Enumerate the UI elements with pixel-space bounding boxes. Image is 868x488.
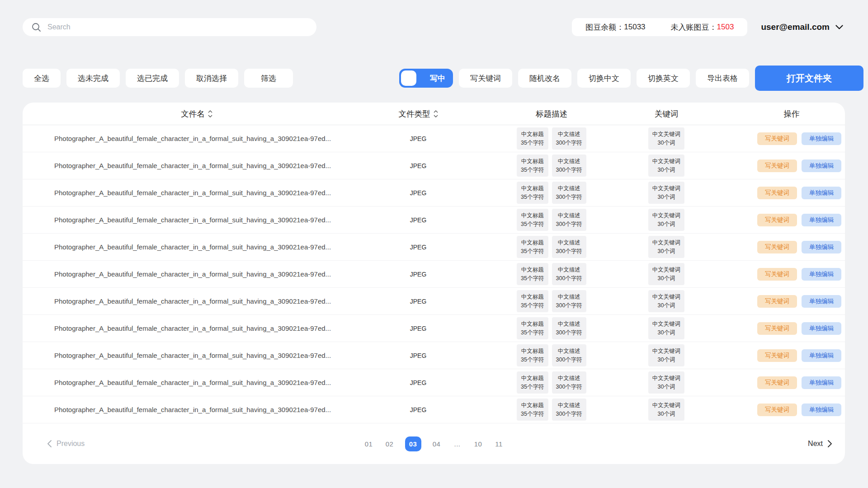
title-badge-line1: 中文标题	[521, 374, 544, 382]
title-badge: 中文标题 35个字符	[517, 290, 548, 312]
switch-chinese-button[interactable]: 切换中文	[577, 69, 631, 88]
edit-single-row-button[interactable]: 单独编辑	[802, 187, 841, 199]
write-keywords-row-button[interactable]: 写关键词	[757, 187, 797, 199]
edit-single-row-button[interactable]: 单独编辑	[802, 132, 841, 145]
write-keywords-row-button[interactable]: 写关键词	[757, 349, 797, 362]
edit-single-row-button[interactable]: 单独编辑	[802, 160, 841, 172]
write-keywords-row-button[interactable]: 写关键词	[757, 295, 797, 308]
filetype-cell: JPEG	[371, 244, 466, 251]
desc-badge-line2: 300个字符	[556, 166, 582, 174]
write-keywords-row-button[interactable]: 写关键词	[757, 241, 797, 253]
title-badge-line1: 中文标题	[521, 130, 544, 138]
filetype-cell: JPEG	[371, 216, 466, 224]
keyword-badge: 中文关键词 30个词	[648, 344, 685, 366]
edit-single-row-button[interactable]: 单独编辑	[802, 322, 841, 335]
page-list: 01 02 03 04 ... 10 11	[363, 436, 505, 451]
keywords-cell: 中文关键词 30个词	[637, 182, 695, 203]
title-badge-line1: 中文标题	[521, 184, 544, 192]
pending-value: 1503	[717, 23, 734, 32]
filetype-cell: JPEG	[371, 298, 466, 305]
write-keywords-row-button[interactable]: 写关键词	[757, 404, 797, 416]
desc-badge-line1: 中文描述	[556, 211, 582, 220]
keyword-badge-line1: 中文关键词	[652, 211, 681, 220]
title-badge-line1: 中文标题	[521, 239, 544, 247]
table-row: Photographer_A_beautiful_female_characte…	[23, 206, 845, 234]
edit-single-row-button[interactable]: 单独编辑	[802, 349, 841, 362]
page-number[interactable]: 11	[494, 436, 505, 451]
edit-single-row-button[interactable]: 单独编辑	[802, 404, 841, 416]
table-row: Photographer_A_beautiful_female_characte…	[23, 396, 845, 423]
filename-cell: Photographer_A_beautiful_female_characte…	[23, 135, 371, 142]
write-keywords-row-button[interactable]: 写关键词	[757, 376, 797, 389]
sort-icon[interactable]	[208, 110, 212, 117]
desc-badge: 中文描述 300个字符	[552, 209, 586, 230]
switch-english-button[interactable]: 切换英文	[637, 69, 690, 88]
table-row: Photographer_A_beautiful_female_characte…	[23, 261, 845, 288]
deselect-button[interactable]: 取消选择	[185, 69, 238, 88]
search-bar[interactable]	[23, 18, 316, 36]
chevron-left-icon	[47, 440, 52, 447]
desc-badge-line1: 中文描述	[556, 184, 582, 192]
write-keywords-row-button[interactable]: 写关键词	[757, 268, 797, 281]
toolbar: 全选 选未完成 选已完成 取消选择 筛选 写中 写关键词 随机改名 切换中文 切…	[23, 66, 863, 91]
keywords-cell: 中文关键词 30个词	[637, 155, 695, 176]
write-keywords-row-button[interactable]: 写关键词	[757, 214, 797, 226]
random-rename-button[interactable]: 随机改名	[518, 69, 571, 88]
title-badge-line1: 中文标题	[521, 320, 544, 328]
edit-single-row-button[interactable]: 单独编辑	[802, 268, 841, 281]
filename-cell: Photographer_A_beautiful_female_characte…	[23, 162, 371, 169]
page-number[interactable]: 02	[384, 436, 395, 451]
title-badge: 中文标题 35个字符	[517, 344, 548, 366]
search-input[interactable]	[47, 23, 316, 31]
page-number[interactable]: 03	[405, 436, 421, 451]
filter-button[interactable]: 筛选	[244, 69, 293, 88]
page-number[interactable]: 01	[363, 436, 374, 451]
write-keywords-button[interactable]: 写关键词	[459, 69, 512, 88]
edit-single-row-button[interactable]: 单独编辑	[802, 241, 841, 253]
title-desc-cell: 中文标题 35个字符 中文描述 300个字符	[466, 344, 637, 366]
title-badge: 中文标题 35个字符	[517, 399, 548, 420]
actions-cell: 写关键词 单独编辑	[695, 376, 845, 389]
page-number[interactable]: 04	[431, 436, 442, 451]
keywords-cell: 中文关键词 30个词	[637, 399, 695, 420]
write-keywords-row-button[interactable]: 写关键词	[757, 160, 797, 172]
toggle-label: 写中	[430, 73, 445, 84]
previous-button[interactable]: Previous	[47, 440, 85, 448]
edit-single-row-button[interactable]: 单独编辑	[802, 295, 841, 308]
keywords-cell: 中文关键词 30个词	[637, 209, 695, 230]
table-row: Photographer_A_beautiful_female_characte…	[23, 152, 845, 179]
toolbar-right: 写中 写关键词 随机改名 切换中文 切换英文 导出表格 打开文件夹	[399, 66, 863, 91]
file-table-card: 文件名 文件类型 标题描述 关键词 操作 Photographer_A_b	[23, 103, 845, 464]
account-menu[interactable]: user@email.com	[761, 22, 843, 32]
page-number[interactable]: 10	[473, 436, 484, 451]
open-folder-button[interactable]: 打开文件夹	[755, 66, 863, 91]
filetype-cell: JPEG	[371, 135, 466, 142]
header-filename[interactable]: 文件名	[23, 108, 371, 119]
edit-single-row-button[interactable]: 单独编辑	[802, 214, 841, 226]
select-unfinished-button[interactable]: 选未完成	[66, 69, 120, 88]
search-icon	[32, 23, 41, 32]
desc-badge: 中文描述 300个字符	[552, 317, 586, 339]
filename-cell: Photographer_A_beautiful_female_characte…	[23, 406, 371, 413]
title-desc-cell: 中文标题 35个字符 中文描述 300个字符	[466, 182, 637, 203]
keyword-badge: 中文关键词 30个词	[648, 399, 685, 420]
table-body: Photographer_A_beautiful_female_characte…	[23, 125, 845, 423]
write-chinese-toggle[interactable]: 写中	[399, 69, 453, 88]
actions-cell: 写关键词 单独编辑	[695, 268, 845, 281]
title-badge-line2: 35个字符	[521, 383, 544, 391]
title-badge-line2: 35个字符	[521, 328, 544, 337]
table-row: Photographer_A_beautiful_female_characte…	[23, 315, 845, 342]
select-all-button[interactable]: 全选	[23, 69, 61, 88]
select-finished-button[interactable]: 选已完成	[126, 69, 179, 88]
edit-single-row-button[interactable]: 单独编辑	[802, 376, 841, 389]
write-keywords-row-button[interactable]: 写关键词	[757, 132, 797, 145]
export-table-button[interactable]: 导出表格	[696, 69, 749, 88]
title-badge-line1: 中文标题	[521, 347, 544, 355]
write-keywords-row-button[interactable]: 写关键词	[757, 322, 797, 335]
topbar: 图豆余额： 15033 未入账图豆： 1503 user@email.com	[23, 18, 843, 36]
next-button[interactable]: Next	[808, 440, 832, 448]
header-filetype-label: 文件类型	[399, 108, 430, 119]
header-filetype[interactable]: 文件类型	[371, 108, 466, 119]
pending-item: 未入账图豆： 1503	[671, 22, 734, 33]
sort-icon[interactable]	[434, 110, 438, 117]
